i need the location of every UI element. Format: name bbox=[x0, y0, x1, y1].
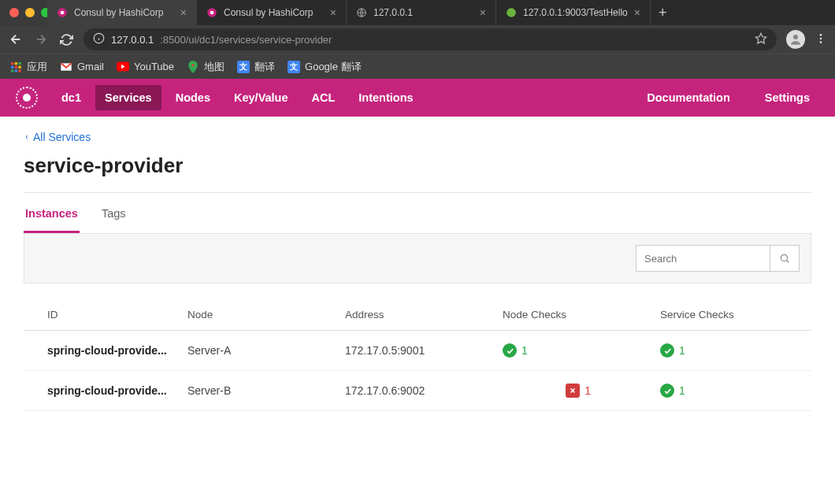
cell-service-checks: 1 bbox=[654, 371, 811, 411]
search-button[interactable] bbox=[770, 245, 800, 272]
column-header: Address bbox=[339, 299, 496, 331]
reload-button[interactable] bbox=[58, 32, 74, 47]
svg-line-26 bbox=[787, 261, 789, 263]
check-icon bbox=[660, 384, 674, 398]
translate-icon: 文 bbox=[288, 61, 300, 73]
svg-point-25 bbox=[781, 254, 787, 261]
svg-point-5 bbox=[507, 8, 516, 17]
address-bar[interactable]: 127.0.0.1:8500/ui/dc1/services/service-p… bbox=[84, 28, 777, 50]
url-path: :8500/ui/dc1/services/service-provider bbox=[160, 34, 332, 46]
svg-point-13 bbox=[820, 41, 822, 43]
tab-title: Consul by HashiCorp bbox=[224, 7, 324, 18]
cell-service-checks: 1 bbox=[654, 331, 811, 371]
svg-rect-14 bbox=[11, 62, 13, 65]
svg-marker-9 bbox=[755, 33, 766, 43]
bookmark-item[interactable]: YouTube bbox=[117, 61, 174, 73]
cell-node: Server-A bbox=[181, 331, 339, 371]
tab-title: 127.0.0.1 bbox=[373, 7, 473, 18]
tab-instances[interactable]: Instances bbox=[24, 196, 80, 233]
back-to-services-link[interactable]: All Services bbox=[24, 131, 91, 143]
check-count: 1 bbox=[679, 384, 685, 397]
check-count: 1 bbox=[679, 344, 685, 357]
bookmark-item[interactable]: 地图 bbox=[187, 60, 225, 74]
cell-address: 172.17.0.5:9001 bbox=[339, 331, 496, 371]
tab-tags[interactable]: Tags bbox=[100, 196, 128, 233]
window-minimize-button[interactable] bbox=[25, 8, 35, 17]
new-tab-button[interactable]: + bbox=[651, 5, 675, 21]
search-input[interactable] bbox=[636, 245, 770, 272]
cell-id: spring-cloud-provide... bbox=[24, 371, 181, 411]
svg-point-1 bbox=[61, 11, 65, 15]
check-count: 1 bbox=[521, 344, 528, 357]
nav-item-acl[interactable]: ACL bbox=[302, 85, 345, 110]
cell-node-checks: 1 bbox=[496, 371, 654, 411]
column-header: ID bbox=[24, 299, 181, 331]
check-icon bbox=[660, 343, 674, 358]
page-title: service-provider bbox=[24, 154, 811, 178]
gmail-icon bbox=[60, 61, 72, 73]
cross-icon bbox=[566, 384, 580, 398]
tab-title: Consul by HashiCorp bbox=[74, 7, 174, 18]
nav-item-intentions[interactable]: Intentions bbox=[349, 85, 422, 110]
url-host: 127.0.0.1 bbox=[111, 34, 154, 46]
bookmark-label: YouTube bbox=[134, 61, 174, 72]
bookmark-label: 地图 bbox=[204, 60, 225, 74]
table-row[interactable]: spring-cloud-provide...Server-B172.17.0.… bbox=[24, 371, 811, 411]
svg-rect-22 bbox=[18, 69, 20, 72]
window-close-button[interactable] bbox=[9, 8, 19, 17]
forward-button[interactable] bbox=[33, 32, 49, 47]
bookmark-label: 翻译 bbox=[254, 60, 275, 74]
tab-close-icon[interactable]: × bbox=[180, 6, 187, 19]
browser-tab[interactable]: Consul by HashiCorp× bbox=[197, 0, 347, 25]
svg-point-11 bbox=[820, 34, 822, 36]
site-info-icon[interactable] bbox=[93, 32, 105, 46]
column-header: Node bbox=[181, 299, 339, 331]
svg-point-12 bbox=[820, 37, 822, 39]
tab-close-icon[interactable]: × bbox=[330, 6, 336, 19]
health-check-ok: 1 bbox=[660, 343, 685, 358]
datacenter-selector[interactable]: dc1 bbox=[52, 85, 91, 110]
svg-rect-17 bbox=[11, 65, 13, 68]
tab-title: 127.0.0.1:9003/TestHello bbox=[523, 7, 628, 18]
translate-icon: 文 bbox=[237, 61, 250, 73]
svg-point-10 bbox=[793, 35, 798, 39]
column-header: Node Checks bbox=[496, 299, 654, 331]
health-check-ok: 1 bbox=[503, 343, 528, 358]
nav-item-keyvalue[interactable]: Key/Value bbox=[225, 85, 298, 110]
nav-item-settings[interactable]: Settings bbox=[755, 85, 819, 110]
cell-id: spring-cloud-provide... bbox=[24, 331, 181, 371]
bookmark-item[interactable]: 文Google 翻译 bbox=[288, 60, 362, 74]
nav-item-nodes[interactable]: Nodes bbox=[166, 85, 220, 110]
bookmark-star-icon[interactable] bbox=[755, 32, 767, 47]
bookmark-item[interactable]: 文翻译 bbox=[237, 60, 275, 74]
browser-tab[interactable]: 127.0.0.1:9003/TestHello× bbox=[496, 0, 651, 25]
bookmark-item[interactable]: Gmail bbox=[60, 61, 104, 73]
health-check-ok: 1 bbox=[660, 384, 685, 398]
browser-tab[interactable]: Consul by HashiCorp× bbox=[47, 0, 197, 25]
health-check-fail: 1 bbox=[566, 384, 591, 398]
bookmark-item[interactable]: 应用 bbox=[9, 60, 47, 74]
table-row[interactable]: spring-cloud-provide...Server-A172.17.0.… bbox=[24, 331, 811, 371]
svg-point-24 bbox=[191, 64, 194, 66]
bookmark-label: Gmail bbox=[77, 61, 104, 72]
svg-rect-15 bbox=[15, 62, 17, 65]
browser-tab[interactable]: 127.0.0.1× bbox=[347, 0, 496, 25]
back-link-label: All Services bbox=[33, 131, 91, 143]
svg-rect-20 bbox=[11, 69, 13, 72]
tab-close-icon[interactable]: × bbox=[480, 6, 486, 19]
nav-item-services[interactable]: Services bbox=[95, 85, 161, 110]
check-icon bbox=[503, 343, 517, 358]
svg-rect-18 bbox=[15, 65, 17, 68]
svg-rect-16 bbox=[18, 62, 20, 65]
tab-close-icon[interactable]: × bbox=[634, 6, 640, 19]
apps-icon bbox=[9, 61, 22, 73]
browser-menu-icon[interactable] bbox=[815, 32, 827, 47]
consul-logo-icon[interactable] bbox=[16, 87, 38, 109]
cell-address: 172.17.0.6:9002 bbox=[339, 371, 496, 411]
profile-avatar[interactable] bbox=[786, 30, 805, 49]
svg-point-3 bbox=[210, 11, 214, 15]
svg-rect-21 bbox=[15, 69, 17, 72]
check-count: 1 bbox=[584, 384, 591, 397]
nav-item-documentation[interactable]: Documentation bbox=[637, 85, 740, 110]
back-button[interactable] bbox=[8, 32, 24, 47]
